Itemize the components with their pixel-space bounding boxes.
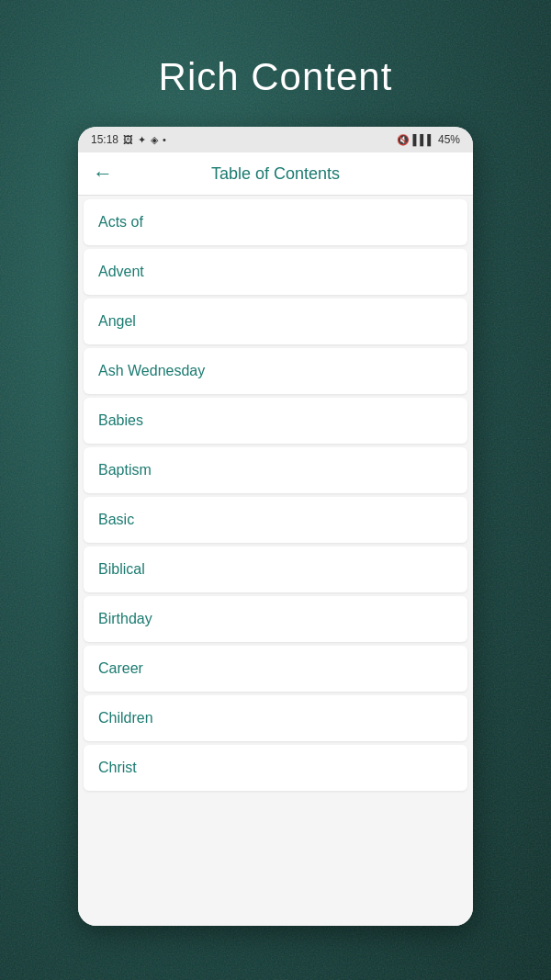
phone-frame: 15:18 🖼 ✦ ◈ • 🔇 ▌▌▌ 45% ← Table of Conte…: [78, 127, 473, 926]
photo-icon: 🖼: [123, 134, 133, 145]
list-item[interactable]: Advent: [84, 249, 467, 295]
list-item-text: Career: [98, 660, 143, 676]
list-item[interactable]: Biblical: [84, 546, 467, 592]
content-list: Acts ofAdventAngelAsh WednesdayBabiesBap…: [78, 196, 473, 926]
list-item[interactable]: Birthday: [84, 596, 467, 642]
list-item-text: Ash Wednesday: [98, 363, 205, 378]
list-item[interactable]: Babies: [84, 398, 467, 444]
app-title: Rich Content: [159, 55, 393, 99]
list-item-text: Birthday: [98, 611, 152, 626]
list-item-text: Angel: [98, 313, 136, 329]
status-right: 🔇 ▌▌▌ 45%: [397, 133, 460, 146]
list-item[interactable]: Ash Wednesday: [84, 348, 467, 394]
status-left: 15:18 🖼 ✦ ◈ •: [91, 133, 166, 146]
nav-title: Table of Contents: [124, 164, 427, 184]
list-item[interactable]: Acts of: [84, 199, 467, 245]
dot-icon: •: [163, 134, 166, 145]
list-item-text: Acts of: [98, 214, 143, 230]
back-button[interactable]: ←: [93, 163, 113, 184]
list-item-text: Children: [98, 710, 153, 726]
list-item[interactable]: Basic: [84, 497, 467, 543]
list-item-text: Biblical: [98, 561, 145, 577]
list-item[interactable]: Children: [84, 695, 467, 741]
list-item[interactable]: Career: [84, 646, 467, 692]
list-item-text: Babies: [98, 412, 143, 428]
battery-level: 45%: [438, 133, 460, 146]
bluetooth-icon: ✦: [138, 134, 146, 146]
status-time: 15:18: [91, 133, 118, 146]
list-item-text: Basic: [98, 512, 134, 527]
nav-bar: ← Table of Contents: [78, 152, 473, 196]
list-item-text: Baptism: [98, 462, 152, 478]
signal-icon: ▌▌▌: [413, 134, 434, 145]
list-item[interactable]: Christ: [84, 745, 467, 791]
mute-icon: 🔇: [397, 134, 410, 146]
list-item-text: Advent: [98, 264, 144, 279]
status-bar: 15:18 🖼 ✦ ◈ • 🔇 ▌▌▌ 45%: [78, 127, 473, 152]
location-icon: ◈: [151, 134, 158, 146]
list-item-text: Christ: [98, 760, 137, 775]
list-item[interactable]: Baptism: [84, 447, 467, 493]
list-item[interactable]: Angel: [84, 299, 467, 344]
